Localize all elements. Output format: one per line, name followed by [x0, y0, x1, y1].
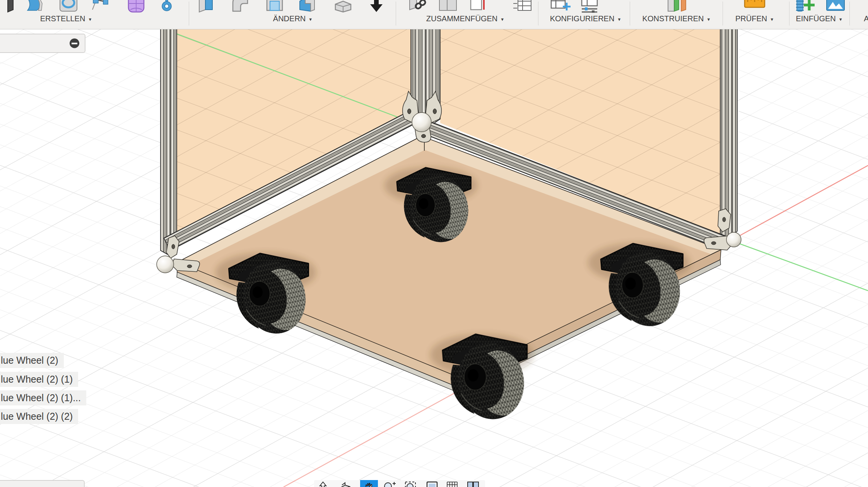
insert-image-icon[interactable]: [825, 0, 846, 13]
3d-viewport-canvas[interactable]: [0, 0, 868, 487]
configure-features-icon[interactable]: [579, 0, 600, 13]
revolve-icon[interactable]: [25, 0, 44, 13]
chevron-down-icon: ▼: [770, 16, 774, 22]
menu-auswaehlen-label: A: [864, 14, 868, 23]
browser-item-blue-wheel-3[interactable]: lue Wheel (2) (1)...: [0, 390, 86, 405]
menu-konstruieren-label: KONSTRUIEREN: [642, 14, 704, 23]
comments-panel-collapsed: [0, 480, 85, 487]
toolbar-separator: [789, 2, 789, 26]
zoom-window-icon[interactable]: [402, 480, 419, 487]
pan-icon[interactable]: [360, 480, 378, 487]
configuration-table-icon[interactable]: [550, 0, 571, 13]
menu-zusammenfuegen[interactable]: ZUSAMMENFÜGEN ▼: [426, 14, 504, 23]
look-at-icon[interactable]: [336, 480, 354, 487]
viewports-icon[interactable]: [464, 480, 482, 487]
coil-icon[interactable]: [58, 0, 79, 13]
menu-konfigurieren-label: KONFIGURIEREN: [550, 14, 615, 23]
ball-corner-left[interactable]: [157, 256, 174, 273]
fillet-icon[interactable]: [230, 0, 250, 13]
menu-zusammenfuegen-label: ZUSAMMENFÜGEN: [426, 14, 497, 23]
chevron-down-icon: ▼: [88, 16, 92, 22]
ball-corner-right[interactable]: [726, 232, 741, 247]
menu-konstruieren[interactable]: KONSTRUIEREN ▼: [642, 14, 711, 23]
chevron-down-icon: ▼: [839, 16, 843, 22]
insert-fastener-icon[interactable]: [794, 0, 815, 13]
menu-erstellen-label: ERSTELLEN: [40, 14, 85, 23]
browser-item-blue-wheel-4[interactable]: lue Wheel (2) (2): [0, 409, 78, 424]
hole-icon[interactable]: [160, 0, 173, 13]
ball-corner-center[interactable]: [412, 112, 431, 132]
grid-display-icon[interactable]: [443, 480, 461, 487]
chevron-down-icon: ▼: [617, 16, 621, 22]
menu-pruefen[interactable]: PRÜFEN ▼: [735, 14, 774, 23]
menu-aendern-label: ÄNDERN: [273, 14, 306, 23]
ribbon-toolbar: ERSTELLEN ▼ ÄNDERN ▼ ZUSAMMENFÜGEN ▼ KON…: [0, 0, 868, 29]
shell-icon[interactable]: [265, 0, 285, 13]
menu-einfuegen[interactable]: EINFÜGEN ▼: [796, 14, 842, 23]
combine-icon[interactable]: [297, 0, 318, 13]
browser-collapse-button[interactable]: [70, 39, 79, 48]
joint-origin-icon[interactable]: [468, 0, 487, 13]
browser-panel-collapsed: [0, 34, 85, 53]
zoom-icon[interactable]: [381, 480, 398, 487]
toolbar-separator: [849, 2, 850, 26]
solid-sliver-icon[interactable]: [0, 0, 15, 13]
menu-aendern[interactable]: ÄNDERN ▼: [273, 14, 313, 23]
pipe-icon[interactable]: [90, 0, 110, 13]
toolbar-separator: [723, 2, 723, 26]
toolbar-separator: [396, 2, 396, 26]
toolbar-separator: [189, 2, 189, 26]
chevron-down-icon: ▼: [707, 16, 711, 22]
viewport-navbar: [314, 480, 485, 487]
chevron-down-icon: ▼: [500, 16, 504, 22]
form-icon[interactable]: [126, 0, 146, 13]
toolbar-separator: [538, 2, 538, 26]
menu-konfigurieren[interactable]: KONFIGURIEREN ▼: [550, 14, 622, 23]
orbit-icon[interactable]: [314, 480, 332, 487]
display-settings-icon[interactable]: [423, 480, 441, 487]
menu-pruefen-label: PRÜFEN: [735, 14, 767, 23]
press-pull-icon[interactable]: [197, 0, 215, 13]
joint-icon[interactable]: [408, 0, 429, 13]
construction-plane-icon[interactable]: [665, 0, 688, 13]
toolbar-separator: [630, 2, 630, 26]
menu-einfuegen-label: EINFÜGEN: [796, 14, 836, 23]
offset-face-icon[interactable]: [333, 0, 353, 13]
measure-icon[interactable]: [743, 0, 766, 13]
fusion360-window: ERSTELLEN ▼ ÄNDERN ▼ ZUSAMMENFÜGEN ▼ KON…: [0, 0, 868, 487]
browser-item-blue-wheel-2[interactable]: lue Wheel (2) (1): [0, 372, 78, 387]
motion-study-icon[interactable]: [512, 0, 533, 13]
browser-item-blue-wheel-1[interactable]: lue Wheel (2): [0, 353, 64, 368]
draft-arrow-icon[interactable]: [369, 0, 384, 13]
chevron-down-icon: ▼: [308, 16, 313, 22]
as-built-joint-icon[interactable]: [438, 0, 458, 13]
menu-erstellen[interactable]: ERSTELLEN ▼: [40, 14, 92, 23]
menu-auswaehlen[interactable]: A: [864, 14, 868, 23]
